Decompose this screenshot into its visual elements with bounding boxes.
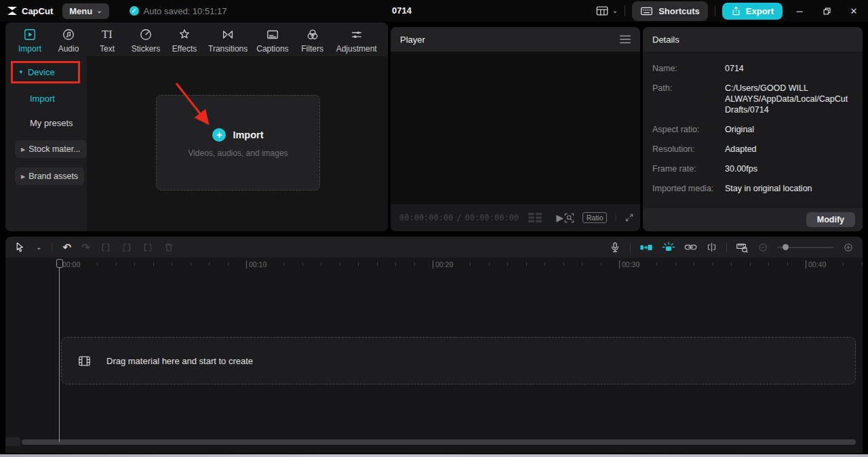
media-panel: Import Audio TI Text Stickers Effects Tr… bbox=[5, 22, 388, 231]
tab-label: Text bbox=[100, 44, 115, 54]
ruler-tick bbox=[787, 262, 788, 266]
capcut-logo: CapCut bbox=[7, 6, 53, 16]
tab-transitions[interactable]: Transitions bbox=[208, 27, 248, 54]
import-dropzone[interactable]: + Import Videos, audios, and images bbox=[156, 95, 320, 191]
zoom-out-button[interactable] bbox=[757, 242, 768, 253]
background-window-edge bbox=[0, 454, 868, 457]
tab-import[interactable]: Import bbox=[15, 27, 45, 54]
divider bbox=[52, 243, 52, 252]
dropzone-hint: Drag material here and start to create bbox=[106, 356, 253, 366]
tab-filters[interactable]: Filters bbox=[298, 27, 328, 54]
ratio-button[interactable]: Ratio bbox=[583, 212, 608, 223]
undo-button[interactable]: ↶ bbox=[62, 242, 71, 252]
ruler-tick bbox=[862, 262, 863, 266]
ruler-tick bbox=[116, 262, 117, 266]
captions-icon bbox=[266, 27, 279, 42]
select-tool-button[interactable] bbox=[14, 241, 26, 253]
detail-label: Resolution: bbox=[652, 144, 725, 155]
export-button[interactable]: Export bbox=[722, 3, 783, 20]
record-voiceover-button[interactable] bbox=[609, 241, 621, 254]
playhead[interactable] bbox=[59, 259, 60, 442]
plus-icon: + bbox=[212, 128, 226, 142]
tab-text[interactable]: TI Text bbox=[92, 27, 122, 54]
timeline-ruler[interactable]: 00:0000:1000:2000:3000:40 bbox=[5, 259, 863, 271]
top-bar: CapCut Menu ⌄ ✓ Auto saved: 10:51:17 071… bbox=[0, 0, 868, 22]
tab-adjustment[interactable]: Adjustment bbox=[336, 27, 377, 54]
preview-axis-toggle[interactable] bbox=[662, 241, 675, 253]
detail-value: Stay in original location bbox=[725, 183, 853, 194]
sidebar-item-label: Stock mater... bbox=[28, 144, 80, 154]
shortcuts-button[interactable]: Shortcuts bbox=[632, 1, 708, 21]
detail-value: 30.00fps bbox=[725, 163, 853, 174]
ruler-tick bbox=[452, 262, 452, 266]
ruler-label: 00:40 bbox=[806, 260, 826, 269]
timecode-total: 00:00:00:00 bbox=[465, 213, 519, 222]
minimize-button[interactable]: ─ bbox=[789, 0, 810, 22]
film-strip-icon bbox=[78, 355, 91, 367]
import-card-subtitle: Videos, audios, and images bbox=[188, 148, 288, 158]
redo-button: ↷ bbox=[81, 242, 90, 252]
timeline-scale-button[interactable] bbox=[736, 241, 749, 254]
timeline-zoom-slider[interactable] bbox=[777, 244, 834, 251]
layout-switch-button[interactable]: ⌄ bbox=[595, 4, 618, 18]
link-toggle[interactable] bbox=[684, 241, 697, 253]
tab-captions[interactable]: Captions bbox=[256, 27, 288, 54]
detail-value: Original bbox=[725, 124, 853, 135]
filters-icon bbox=[306, 27, 319, 42]
triangle-right-icon: ▶ bbox=[21, 174, 25, 180]
sidebar-item-label: Device bbox=[28, 67, 55, 77]
tab-stickers[interactable]: Stickers bbox=[131, 27, 161, 54]
ruler-tick bbox=[340, 262, 340, 266]
fullscreen-button[interactable] bbox=[624, 212, 635, 223]
tab-label: Filters bbox=[301, 44, 323, 54]
delete-left-button bbox=[121, 242, 132, 253]
menu-lines-icon[interactable] bbox=[620, 35, 631, 43]
sidebar-item-import[interactable]: Import bbox=[30, 94, 55, 104]
horizontal-scrollbar[interactable] bbox=[22, 439, 856, 445]
ruler-tick bbox=[395, 262, 396, 266]
menu-button[interactable]: Menu ⌄ bbox=[62, 3, 108, 19]
media-sidebar: ▼ Device Import My presets ▶ Stock mater… bbox=[5, 56, 87, 231]
sidebar-item-device[interactable]: ▼ Device bbox=[11, 61, 80, 83]
triangle-right-icon: ▶ bbox=[21, 146, 25, 153]
keyboard-icon bbox=[640, 5, 653, 18]
zoom-in-button[interactable] bbox=[843, 242, 854, 253]
split-button bbox=[100, 242, 111, 253]
tab-label: Transitions bbox=[208, 44, 248, 54]
ruler-tick bbox=[713, 262, 713, 266]
ruler-tick bbox=[489, 262, 490, 266]
timecode-current: 00:00:00:00 bbox=[399, 213, 453, 222]
modify-button[interactable]: Modify bbox=[806, 212, 855, 227]
text-icon: TI bbox=[102, 27, 113, 42]
scrollbar-start-block bbox=[5, 437, 20, 446]
chevron-down-icon: ⌄ bbox=[612, 7, 618, 14]
sidebar-item-brand-assets[interactable]: ▶ Brand assets bbox=[15, 167, 84, 185]
detail-label: Path: bbox=[652, 83, 725, 115]
ruler-tick bbox=[843, 262, 844, 266]
restore-button[interactable] bbox=[816, 0, 837, 22]
slider-handle[interactable] bbox=[783, 244, 789, 250]
split-clip-button[interactable] bbox=[706, 241, 717, 253]
detail-value: C:/Users/GOOD WILL ALWAYS/AppData/Local/… bbox=[725, 83, 853, 115]
tab-effects[interactable]: Effects bbox=[170, 27, 199, 54]
zoom-fit-button[interactable] bbox=[564, 212, 575, 224]
tab-label: Import bbox=[18, 44, 41, 54]
frame-preview-icon[interactable] bbox=[528, 213, 542, 222]
transitions-icon bbox=[221, 27, 235, 42]
ruler-tick bbox=[321, 262, 321, 266]
timeline-dropzone[interactable]: Drag material here and start to create bbox=[61, 337, 856, 384]
tab-audio[interactable]: Audio bbox=[54, 27, 83, 54]
sidebar-item-stock-materials[interactable]: ▶ Stock mater... bbox=[15, 140, 87, 158]
export-label: Export bbox=[746, 6, 774, 16]
ruler-tick bbox=[79, 262, 79, 266]
close-button[interactable]: ✕ bbox=[844, 0, 864, 22]
ruler-tick bbox=[731, 262, 732, 266]
sidebar-item-label: Import bbox=[30, 94, 55, 104]
check-icon: ✓ bbox=[130, 6, 139, 16]
chevron-down-icon[interactable]: ⌄ bbox=[36, 244, 41, 251]
auto-snap-toggle[interactable] bbox=[639, 242, 653, 253]
sidebar-item-my-presets[interactable]: My presets bbox=[30, 118, 73, 128]
play-button[interactable]: ▶ bbox=[556, 212, 564, 223]
divider bbox=[715, 5, 715, 16]
divider bbox=[726, 243, 727, 252]
